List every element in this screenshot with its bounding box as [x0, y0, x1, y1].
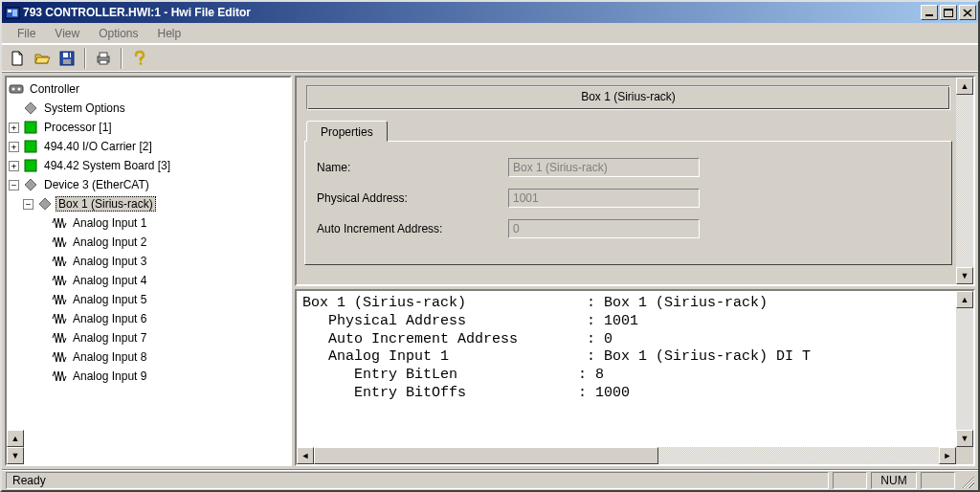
tree-analog-input-2[interactable]: Analog Input 2 — [9, 233, 290, 252]
tree-root-controller[interactable]: Controller — [9, 79, 290, 99]
expand-toggle[interactable]: + — [9, 161, 19, 171]
tree-box-1[interactable]: − Box 1 (Sirius-rack) — [9, 194, 290, 213]
tree-analog-input-8[interactable]: Analog Input 8 — [9, 347, 290, 367]
analog-wave-icon — [52, 369, 67, 384]
expand-toggle[interactable]: + — [9, 142, 19, 152]
tree-analog-input-9[interactable]: Analog Input 9 — [9, 367, 290, 386]
scroll-down-button[interactable]: ▼ — [7, 447, 24, 464]
svg-rect-3 — [925, 14, 933, 16]
tree-analog-input-5[interactable]: Analog Input 5 — [9, 290, 290, 309]
svg-rect-14 — [10, 85, 23, 93]
toolbar-separator-2 — [121, 48, 122, 69]
tree-label: Analog Input 3 — [70, 254, 149, 269]
controller-icon — [9, 81, 24, 97]
scroll-left-button[interactable]: ◄ — [297, 447, 314, 464]
output-line: Box 1 (Sirius-rack) : Box 1 (Sirius-rack… — [302, 295, 768, 311]
svg-point-15 — [12, 88, 15, 91]
status-ready: Ready — [6, 472, 829, 489]
tree-label: Box 1 (Sirius-rack) — [56, 196, 156, 212]
minimize-button[interactable] — [921, 5, 938, 20]
status-num: NUM — [871, 472, 917, 489]
svg-rect-18 — [25, 141, 36, 152]
collapse-toggle[interactable]: − — [23, 199, 33, 210]
expand-toggle[interactable]: + — [9, 123, 19, 133]
output-vscrollbar[interactable]: ▲ ▼ — [956, 291, 973, 447]
app-window: 793 CONTROLLER.HWI:1 - Hwi File Editor F… — [0, 0, 980, 492]
tree-label: Analog Input 4 — [70, 273, 149, 288]
open-button[interactable] — [31, 47, 54, 70]
scrollbar-thumb[interactable] — [314, 447, 658, 464]
tree-body[interactable]: Controller System Options + Pr — [7, 78, 290, 430]
module-icon — [23, 139, 38, 154]
tree-label: Analog Input 2 — [70, 235, 149, 250]
menu-help[interactable]: Help — [148, 25, 191, 42]
auto-increment-field[interactable]: 0 — [508, 219, 700, 238]
output-hscrollbar[interactable]: ◄ ► — [297, 447, 956, 464]
analog-wave-icon — [52, 254, 67, 269]
window-title: 793 CONTROLLER.HWI:1 - Hwi File Editor — [23, 6, 919, 19]
scroll-down-button[interactable]: ▼ — [956, 430, 973, 447]
tree-label: Analog Input 9 — [70, 369, 149, 384]
analog-wave-icon — [52, 311, 67, 326]
tree-label: Analog Input 7 — [70, 330, 149, 346]
output-line: Physical Address : 1001 — [302, 313, 638, 329]
menu-bar: File View Options Help — [2, 23, 978, 44]
print-button[interactable] — [92, 47, 115, 70]
tree-label: System Options — [41, 101, 128, 116]
tree-analog-input-3[interactable]: Analog Input 3 — [9, 252, 290, 271]
tree-io-carrier[interactable]: + 494.40 I/O Carrier [2] — [9, 137, 290, 156]
tree-analog-input-1[interactable]: Analog Input 1 — [9, 213, 290, 233]
right-pane: Box 1 (Sirius-rack) Properties Name: Box… — [295, 76, 975, 466]
tree-analog-input-6[interactable]: Analog Input 6 — [9, 309, 290, 328]
scrollbar-track[interactable] — [658, 447, 939, 464]
output-line: Auto Increment Address : 0 — [302, 331, 612, 347]
output-line: Entry BitLen : 8 — [302, 367, 604, 383]
scroll-up-button[interactable]: ▲ — [956, 291, 973, 308]
props-vscrollbar[interactable]: ▲ ▼ — [956, 78, 973, 284]
module-icon — [23, 120, 38, 135]
output-text[interactable]: Box 1 (Sirius-rack) : Box 1 (Sirius-rack… — [297, 291, 956, 447]
new-button[interactable] — [6, 47, 29, 70]
tree-label: 494.42 System Board [3] — [41, 158, 173, 173]
toolbar — [2, 44, 978, 73]
tree-device-3[interactable]: − Device 3 (EtherCAT) — [9, 175, 290, 194]
scrollbar-corner — [956, 447, 973, 464]
scrollbar-track[interactable] — [956, 308, 973, 430]
tree-vscrollbar[interactable]: ▲ ▼ — [7, 430, 24, 464]
menu-options[interactable]: Options — [89, 25, 147, 42]
close-button[interactable] — [959, 5, 976, 20]
tree-label: Controller — [27, 81, 82, 97]
tree-processor[interactable]: + Processor [1] — [9, 118, 290, 137]
menu-view[interactable]: View — [45, 25, 89, 42]
physical-address-label: Physical Address: — [317, 191, 508, 205]
group-title: Box 1 (Sirius-rack) — [306, 85, 950, 110]
scroll-right-button[interactable]: ► — [939, 447, 956, 464]
maximize-button[interactable] — [940, 5, 957, 20]
scroll-down-button[interactable]: ▼ — [956, 267, 973, 284]
name-field[interactable]: Box 1 (Sirius-rack) — [508, 158, 700, 177]
scrollbar-track[interactable] — [956, 95, 973, 267]
svg-rect-19 — [25, 160, 36, 171]
tree-analog-input-7[interactable]: Analog Input 7 — [9, 328, 290, 347]
output-line: Analog Input 1 : Box 1 (Sirius-rack) DI … — [302, 348, 811, 365]
tree-system-board[interactable]: + 494.42 System Board [3] — [9, 156, 290, 175]
physical-address-field[interactable]: 1001 — [508, 189, 700, 208]
tree-analog-input-4[interactable]: Analog Input 4 — [9, 271, 290, 290]
scroll-up-button[interactable]: ▲ — [7, 430, 24, 447]
printer-icon — [95, 50, 112, 67]
tree-system-options[interactable]: System Options — [9, 99, 290, 118]
diamond-icon — [37, 196, 53, 212]
scroll-up-button[interactable]: ▲ — [956, 78, 973, 95]
help-button[interactable] — [128, 47, 151, 70]
tree-label: Processor [1] — [41, 120, 115, 135]
client-area: Controller System Options + Pr — [2, 73, 978, 469]
toolbar-separator — [84, 48, 86, 69]
tree-pane: Controller System Options + Pr — [5, 76, 292, 466]
collapse-toggle[interactable]: − — [9, 180, 19, 190]
resize-grip[interactable] — [959, 473, 974, 488]
save-button[interactable] — [56, 47, 78, 70]
module-icon — [23, 158, 38, 173]
tree-label: Analog Input 1 — [70, 215, 149, 231]
tab-properties[interactable]: Properties — [306, 121, 388, 142]
menu-file[interactable]: File — [8, 25, 45, 42]
